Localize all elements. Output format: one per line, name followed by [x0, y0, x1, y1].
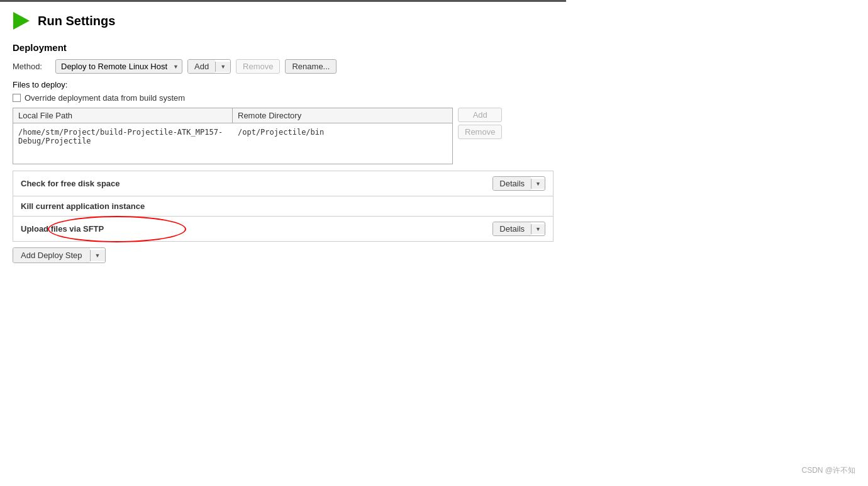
step-kill-app: Kill current application instance: [13, 196, 554, 217]
page-title: Run Settings: [38, 14, 115, 28]
add-button[interactable]: Add: [188, 60, 215, 73]
watermark: CSDN @许不知: [801, 465, 855, 476]
add-deploy-step-arrow[interactable]: ▼: [90, 250, 105, 261]
step-check-disk-label: Check for free disk space: [21, 179, 120, 188]
step-upload-sftp: Upload files via SFTP Details ▼: [13, 216, 554, 242]
override-row: Override deployment data from build syst…: [13, 93, 554, 103]
table-add-button[interactable]: Add: [458, 108, 502, 122]
remove-button[interactable]: Remove: [236, 59, 280, 74]
add-dropdown-arrow[interactable]: ▼: [215, 62, 230, 72]
step-upload-sftp-label: Upload files via SFTP: [21, 224, 104, 234]
method-label: Method:: [13, 62, 50, 71]
method-row: Method: Deploy to Remote Linux Host Depl…: [13, 59, 554, 74]
deploy-steps: Check for free disk space Details ▼ Kill…: [13, 171, 554, 242]
play-triangle-shape: [13, 12, 30, 30]
step-upload-sftp-details-arrow[interactable]: ▼: [531, 224, 545, 234]
remote-dir-header: Remote Directory: [233, 108, 452, 123]
table-buttons: Add Remove: [458, 108, 502, 139]
add-deploy-step-button[interactable]: Add Deploy Step: [13, 248, 90, 263]
local-path-cell: /home/stm/Project/build-Projectile-ATK_M…: [13, 127, 233, 147]
page-header: Run Settings: [13, 12, 554, 30]
deployment-section-title: Deployment: [13, 42, 554, 53]
files-to-deploy-section: Files to deploy: Override deployment dat…: [13, 80, 554, 164]
step-upload-sftp-details-btn[interactable]: Details: [493, 222, 531, 235]
files-table-container: Local File Path Remote Directory /home/s…: [13, 108, 554, 164]
local-path-header: Local File Path: [13, 108, 233, 123]
files-table: Local File Path Remote Directory /home/s…: [13, 108, 453, 164]
files-label: Files to deploy:: [13, 80, 554, 89]
files-table-header: Local File Path Remote Directory: [13, 108, 452, 123]
step-check-disk-details-group[interactable]: Details ▼: [492, 176, 545, 191]
table-remove-button[interactable]: Remove: [458, 125, 502, 139]
override-label: Override deployment data from build syst…: [25, 93, 185, 103]
rename-button[interactable]: Rename...: [285, 59, 337, 74]
remote-dir-cell: /opt/Projectile/bin: [233, 127, 452, 147]
step-check-disk: Check for free disk space Details ▼: [13, 171, 554, 196]
add-deploy-step-wrapper[interactable]: Add Deploy Step ▼: [13, 247, 106, 263]
override-checkbox[interactable]: [13, 94, 21, 102]
deployment-section: Deployment Method: Deploy to Remote Linu…: [13, 42, 554, 263]
add-button-group[interactable]: Add ▼: [187, 59, 231, 74]
method-dropdown-wrapper[interactable]: Deploy to Remote Linux Host Deploy to Lo…: [55, 59, 182, 74]
play-icon: [13, 12, 30, 30]
files-table-body: /home/stm/Project/build-Projectile-ATK_M…: [13, 123, 452, 150]
step-kill-app-label: Kill current application instance: [21, 201, 145, 211]
step-check-disk-details-btn[interactable]: Details: [493, 177, 531, 190]
step-check-disk-details-arrow[interactable]: ▼: [531, 179, 545, 189]
step-upload-sftp-details-group[interactable]: Details ▼: [492, 222, 545, 236]
main-container: Run Settings Deployment Method: Deploy t…: [0, 2, 566, 273]
table-row[interactable]: /home/stm/Project/build-Projectile-ATK_M…: [13, 125, 452, 149]
method-dropdown[interactable]: Deploy to Remote Linux Host Deploy to Lo…: [55, 59, 182, 74]
